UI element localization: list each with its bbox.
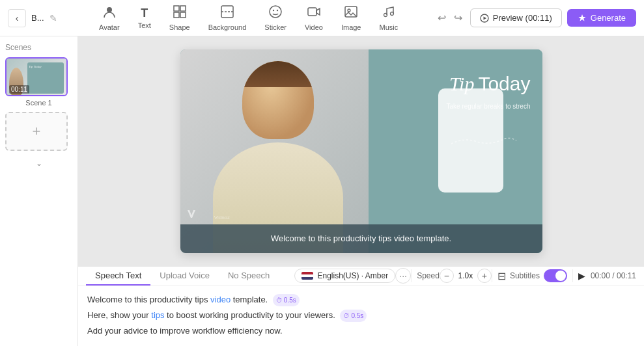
tab-upload-voice[interactable]: Upload Voice bbox=[150, 267, 219, 286]
divider-3 bbox=[572, 269, 573, 282]
speed-decrease-button[interactable]: − bbox=[440, 269, 454, 283]
tool-text[interactable]: T Text bbox=[130, 4, 159, 32]
divider-1 bbox=[411, 269, 412, 282]
speech-text-area[interactable]: Welcome to this productivity tips video … bbox=[78, 286, 644, 346]
music-icon bbox=[382, 5, 396, 22]
tool-music[interactable]: Music bbox=[371, 2, 406, 34]
scenes-label: Scenes bbox=[5, 43, 72, 52]
background-icon bbox=[220, 5, 234, 22]
image-label: Image bbox=[341, 23, 361, 31]
tab-no-speech[interactable]: No Speech bbox=[219, 267, 279, 286]
project-title: B... bbox=[31, 13, 44, 23]
generate-button[interactable]: Generate bbox=[567, 9, 636, 27]
speech-line-3-text: Add your advice to improve workflow effi… bbox=[87, 326, 283, 336]
divider-2 bbox=[492, 269, 492, 282]
back-button[interactable]: ‹ bbox=[8, 9, 26, 27]
svg-marker-16 bbox=[483, 16, 486, 20]
speech-line-3: Add your advice to improve workflow effi… bbox=[87, 324, 635, 338]
scene-1-timer: 00:11 bbox=[9, 85, 29, 94]
avatar-hair bbox=[242, 61, 314, 87]
speech-line-1-badge: ⏱ 0.5s bbox=[273, 294, 300, 306]
tool-sticker[interactable]: Sticker bbox=[257, 2, 294, 34]
svg-point-8 bbox=[273, 10, 274, 11]
subtitles-label: Subtitles bbox=[510, 271, 540, 280]
flag-icon bbox=[301, 272, 313, 280]
preview-icon bbox=[480, 14, 489, 23]
svg-point-0 bbox=[107, 7, 112, 12]
speech-line-1-highlight: video bbox=[210, 295, 231, 304]
redo-button[interactable]: ↪ bbox=[451, 9, 465, 27]
more-options-button[interactable]: ··· bbox=[395, 268, 411, 284]
image-icon bbox=[344, 5, 358, 22]
canvas-bottom-text: Welcome to this productivity tips video … bbox=[271, 233, 451, 243]
tool-avatar[interactable]: Avatar bbox=[91, 2, 128, 34]
subtitles-icon: ⊟ bbox=[497, 270, 506, 282]
toolbar-tools: Avatar T Text Shape Background Sticker bbox=[68, 2, 430, 34]
scene-1-thumbnail[interactable]: Tip Today 00:11 bbox=[5, 57, 68, 96]
speech-line-1: Welcome to this productivity tips video … bbox=[87, 293, 635, 307]
tool-background[interactable]: Background bbox=[201, 2, 255, 34]
shape-label: Shape bbox=[169, 23, 190, 31]
toolbar: ‹ B... ✎ Avatar T Text Shape Ba bbox=[0, 0, 644, 36]
preview-button[interactable]: Preview (00:11) bbox=[470, 8, 562, 27]
canvas-bottom-bar: Welcome to this productivity tips video … bbox=[180, 224, 542, 253]
scene-1-label: Scene 1 bbox=[5, 99, 72, 107]
tool-shape[interactable]: Shape bbox=[161, 2, 198, 34]
canvas-deco-dots bbox=[445, 134, 523, 150]
canvas-frame: Tip Today Take regular breaks to strech … bbox=[180, 49, 542, 253]
add-scene-item[interactable]: + bbox=[5, 112, 72, 151]
toolbar-right: ↩ ↪ Preview (00:11) Generate bbox=[435, 8, 636, 27]
svg-point-7 bbox=[270, 6, 281, 18]
canvas-tip-normal: Today bbox=[478, 73, 530, 95]
avatar-icon bbox=[102, 5, 117, 22]
speech-line-2-highlight: tips bbox=[151, 310, 164, 320]
time-total: 00:11 bbox=[617, 271, 636, 280]
language-label: English(US) · Amber bbox=[317, 271, 388, 280]
speed-controls: − 1.0x + bbox=[440, 269, 492, 283]
scene-1-bg: Tip Today bbox=[27, 62, 64, 94]
text-icon: T bbox=[141, 7, 148, 20]
canvas-subtitle: Take regular breaks to strech bbox=[447, 103, 531, 110]
speed-increase-button[interactable]: + bbox=[477, 269, 492, 283]
speed-value: 1.0x bbox=[456, 271, 475, 280]
canvas-area: Tip Today Take regular breaks to strech … bbox=[78, 36, 644, 266]
svg-rect-2 bbox=[180, 6, 186, 11]
music-label: Music bbox=[379, 23, 398, 31]
tab-speech-text[interactable]: Speech Text bbox=[86, 267, 150, 286]
tool-image[interactable]: Image bbox=[333, 2, 369, 34]
canvas-tip-italic: Tip bbox=[449, 73, 474, 95]
add-scene-button[interactable]: + bbox=[5, 112, 68, 151]
speech-line-2-after: to boost working productivity to your vi… bbox=[165, 310, 335, 320]
undo-button[interactable]: ↩ bbox=[435, 9, 449, 27]
speech-line-1-text2: template. bbox=[231, 295, 268, 304]
bottom-panel: Speech Text Upload Voice No Speech Engli… bbox=[78, 266, 644, 346]
speech-line-1-text: Welcome to this productivity tips bbox=[87, 295, 210, 304]
canvas-watermark: Vidnoz bbox=[187, 209, 231, 220]
generate-icon bbox=[578, 14, 587, 23]
avatar-head bbox=[242, 61, 314, 139]
generate-label: Generate bbox=[591, 13, 626, 23]
time-display: 00:00 / 00:11 bbox=[591, 271, 636, 280]
svg-point-9 bbox=[277, 10, 278, 11]
sidebar: Scenes Tip Today 00:11 Scene 1 + ⌄ bbox=[0, 36, 78, 346]
avatar-label: Avatar bbox=[99, 23, 120, 31]
add-scene-icon: + bbox=[33, 123, 41, 140]
speed-label: Speed bbox=[417, 271, 440, 280]
clock-icon-1: ⏱ bbox=[276, 295, 283, 306]
shape-icon bbox=[173, 5, 187, 22]
subtitles-toggle[interactable] bbox=[544, 269, 567, 282]
scene-1-item[interactable]: Tip Today 00:11 Scene 1 bbox=[5, 57, 72, 107]
play-button[interactable]: ▶ bbox=[578, 271, 585, 281]
sidebar-collapse[interactable]: ⌄ bbox=[5, 156, 72, 170]
background-label: Background bbox=[208, 23, 247, 31]
svg-rect-3 bbox=[174, 12, 179, 18]
tool-video[interactable]: Video bbox=[297, 2, 331, 34]
clock-icon-2: ⏱ bbox=[343, 310, 350, 321]
canvas-avatar-container bbox=[193, 49, 363, 253]
center-panel: Tip Today Take regular breaks to strech … bbox=[78, 36, 644, 346]
svg-rect-1 bbox=[174, 6, 179, 11]
edit-title-icon[interactable]: ✎ bbox=[49, 13, 57, 23]
main-layout: Scenes Tip Today 00:11 Scene 1 + ⌄ bbox=[0, 36, 644, 346]
language-selector[interactable]: English(US) · Amber bbox=[294, 269, 395, 283]
svg-rect-4 bbox=[180, 12, 186, 18]
